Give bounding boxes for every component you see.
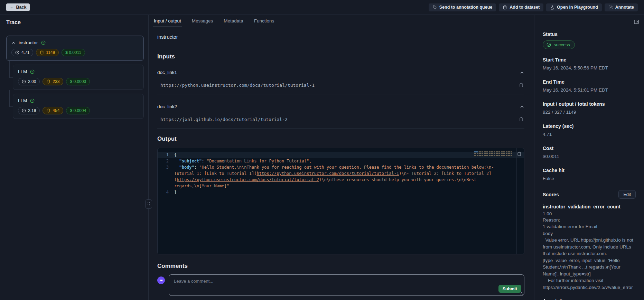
clipboard-icon <box>517 151 522 156</box>
input-value: https://python.useinstructor.com/docs/tu… <box>160 83 315 88</box>
stat-value-cache-hit: False <box>543 176 636 182</box>
details-panel: Status success Start TimeMay 16, 2024, 5… <box>534 15 644 300</box>
panel-resize-handle[interactable] <box>145 199 152 209</box>
topbar-action-open-in-playground[interactable]: Open in Playground <box>546 3 602 11</box>
stat-label-cache-hit: Cache hit <box>543 168 636 173</box>
trace-tree-item-instructor[interactable]: instructor4.711149$ 0.0011 <box>6 36 144 61</box>
collapse-caret-icon[interactable] <box>11 41 16 45</box>
tag-icon <box>432 5 437 10</box>
main-content: instructor Inputs doc_link1https://pytho… <box>149 27 534 300</box>
tree-item-badges: 4.711149$ 0.0011 <box>11 49 139 56</box>
database-icon <box>503 5 507 10</box>
code-line: 2 "subject": "Documentation Links for Py… <box>158 158 524 164</box>
output-heading: Output <box>157 135 524 142</box>
collapse-panel-button[interactable] <box>634 19 639 25</box>
code-copy-button[interactable] <box>517 151 522 156</box>
database-icon <box>46 109 50 113</box>
edit-icon <box>608 5 613 10</box>
tab-functions[interactable]: Functions <box>253 15 275 27</box>
check-circle-icon <box>41 40 46 45</box>
topbar-action-send-to-annotation-queue[interactable]: Send to annotation queue <box>429 3 496 11</box>
tokens-badge: 1149 <box>36 49 59 56</box>
tab-bar: Input / outputMessagesMetadataFunctions <box>149 15 534 27</box>
cost-badge: $ 0.0004 <box>66 107 90 114</box>
line-number: 1 <box>158 152 174 158</box>
trace-tree: instructor4.711149$ 0.0011LLM2.00233$ 0.… <box>0 30 148 119</box>
trace-tree-item-llm[interactable]: LLM2.19454$ 0.0004 <box>13 94 144 119</box>
tab-input-output[interactable]: Input / output <box>153 15 182 27</box>
code-line: 1{ <box>158 152 524 158</box>
topbar-actions: Send to annotation queueAdd to datasetOp… <box>429 3 638 11</box>
copy-value-button[interactable] <box>519 83 524 87</box>
comment-row: JB Submit <box>157 274 524 296</box>
code-minimap <box>474 151 513 157</box>
run-stats: Start TimeMay 16, 2024, 5:50:56 PM EDTEn… <box>543 57 636 182</box>
stat-label-start-time: Start Time <box>543 57 636 63</box>
tree-item-badges: 2.00233$ 0.0003 <box>18 78 139 85</box>
code-lines: 1{2 "subject": "Documentation Links for … <box>158 152 524 195</box>
topbar-action-add-to-dataset[interactable]: Add to dataset <box>499 3 543 11</box>
latency-badge: 2.00 <box>18 78 40 85</box>
comment-input[interactable] <box>173 278 452 292</box>
clock-icon <box>22 79 26 84</box>
tokens-badge: 233 <box>43 78 63 85</box>
stat-label-input-output-total-tokens: Input / output / total tokens <box>543 101 636 107</box>
action-label: Open in Playground <box>557 5 598 10</box>
topbar-action-annotate[interactable]: Annotate <box>605 3 638 11</box>
tree-item-name-row: instructor <box>11 40 139 45</box>
scores-heading: Scores <box>543 192 559 197</box>
line-number: 4 <box>158 189 174 195</box>
code-scroll-rule <box>516 148 517 254</box>
tree-item-name: instructor <box>19 40 38 45</box>
code-line-text: "body": "Hello Student,\n\nThank you for… <box>174 164 503 189</box>
stat-value-input-output-total-tokens: 822 / 327 / 1149 <box>543 109 636 115</box>
trace-tree-item-llm[interactable]: LLM2.00233$ 0.0003 <box>13 65 144 90</box>
output-code-block[interactable]: 1{2 "subject": "Documentation Links for … <box>157 148 524 254</box>
action-label: Send to annotation queue <box>439 5 492 10</box>
input-label: doc_link2 <box>157 104 177 109</box>
copy-value-button[interactable] <box>519 117 524 122</box>
input-label: doc_link1 <box>157 70 177 75</box>
input-block-doc-link1: doc_link1https://python.useinstructor.co… <box>157 70 524 94</box>
action-label: Annotate <box>615 5 634 10</box>
back-arrow-icon: ← <box>10 5 14 10</box>
check-circle-icon <box>30 69 35 74</box>
grip-icon <box>148 202 150 206</box>
tree-connector-line <box>9 61 13 78</box>
latency-badge: 2.19 <box>18 107 40 114</box>
trace-panel: Trace instructor4.711149$ 0.0011LLM2.002… <box>0 15 149 300</box>
tree-item-name-row: LLM <box>18 69 139 74</box>
line-number: 3 <box>158 164 174 189</box>
inputs-list: doc_link1https://python.useinstructor.co… <box>157 70 524 129</box>
tab-metadata[interactable]: Metadata <box>223 15 244 27</box>
tree-item-name: LLM <box>18 69 27 74</box>
tree-item-badges: 2.19454$ 0.0004 <box>18 107 139 114</box>
submit-button[interactable]: Submit <box>498 285 521 293</box>
stat-value-end-time: May 16, 2024, 5:51:01 PM EDT <box>543 87 636 93</box>
chevron-up-icon[interactable] <box>520 104 524 109</box>
run-title: instructor <box>157 27 524 46</box>
resize-corner-icon[interactable] <box>521 292 523 295</box>
tab-messages[interactable]: Messages <box>191 15 214 27</box>
code-line: 4} <box>158 189 524 195</box>
stat-value-start-time: May 16, 2024, 5:50:56 PM EDT <box>543 65 636 71</box>
score-name: instructor_validation_error_count <box>543 204 636 209</box>
clock-icon <box>15 50 19 55</box>
code-line-text: { <box>174 152 177 158</box>
input-block-doc-link2: doc_link2https://jxnl.github.io/docs/tut… <box>157 104 524 129</box>
clock-icon <box>22 109 26 113</box>
status-value: success <box>554 42 570 47</box>
back-button[interactable]: ← Back <box>6 3 30 11</box>
score-reason-label: Reason: <box>543 217 636 223</box>
edit-scores-button[interactable]: Edit <box>618 190 636 199</box>
database-icon <box>40 50 44 55</box>
code-line-text: "subject": "Documentation Links for Pyth… <box>174 158 311 164</box>
cost-badge: $ 0.0003 <box>66 78 90 85</box>
latency-badge: 4.71 <box>11 49 33 56</box>
code-line-text: } <box>174 189 177 195</box>
input-value: https://jxnl.github.io/docs/tutorial/tut… <box>160 117 288 122</box>
chevron-up-icon[interactable] <box>520 70 524 75</box>
comments-heading: Comments <box>157 263 524 270</box>
code-line: 3 "body": "Hello Student,\n\nThank you f… <box>158 164 524 189</box>
stat-label-cost: Cost <box>543 146 636 151</box>
